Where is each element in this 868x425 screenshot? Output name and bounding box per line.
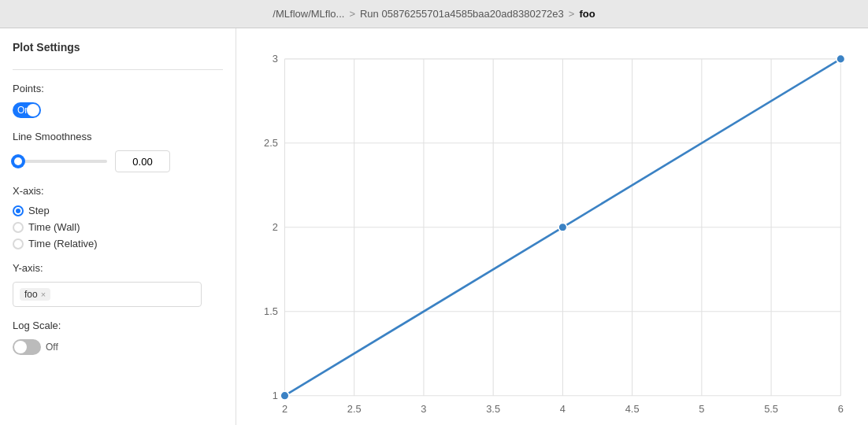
- smoothness-slider-track[interactable]: [13, 160, 107, 163]
- xaxis-wall-option[interactable]: Time (Wall): [13, 221, 223, 233]
- log-scale-label: Log Scale:: [13, 320, 223, 331]
- data-point-2: [558, 223, 567, 231]
- log-scale-toggle[interactable]: [13, 339, 41, 355]
- smoothness-slider-thumb[interactable]: [13, 156, 24, 167]
- yaxis-tag-input[interactable]: foo ×: [13, 282, 202, 307]
- xaxis-wall-radio[interactable]: [13, 222, 24, 233]
- points-toggle-label: On: [17, 105, 30, 116]
- breadcrumb-sep2: >: [569, 8, 575, 20]
- breadcrumb-path1: /MLflow/MLflo...: [273, 8, 344, 20]
- divider-1: [13, 69, 223, 70]
- xaxis-relative-radio[interactable]: [13, 238, 24, 249]
- y-tick-3: 3: [273, 53, 278, 65]
- x-tick-2: 2: [282, 403, 287, 415]
- xaxis-radio-group: Step Time (Wall) Time (Relative): [13, 205, 223, 249]
- chart-svg: 3 2.5 2 1.5 1 2 2.5 3 3.5 4 4.5 5 5.5 6: [243, 41, 849, 425]
- breadcrumb-current: foo: [579, 8, 595, 20]
- sidebar: Plot Settings Points: On Line Smoothness: [0, 28, 236, 425]
- xaxis-relative-option[interactable]: Time (Relative): [13, 238, 223, 249]
- points-toggle[interactable]: On: [13, 102, 41, 118]
- data-point-1: [280, 391, 289, 400]
- log-scale-toggle-label: Off: [46, 342, 58, 353]
- line-smoothness-label: Line Smoothness: [13, 131, 223, 142]
- points-toggle-wrapper[interactable]: On: [13, 102, 41, 118]
- x-tick-3: 3: [421, 403, 426, 415]
- y-tick-1-5: 1.5: [264, 305, 278, 317]
- yaxis-tag-foo: foo ×: [20, 288, 50, 301]
- points-section: Points: On: [13, 83, 223, 118]
- plot-settings-title: Plot Settings: [13, 41, 223, 54]
- smoothness-input[interactable]: [115, 150, 170, 172]
- slider-row: [13, 150, 223, 172]
- yaxis-label: Y-axis:: [13, 262, 223, 274]
- xaxis-step-label: Step: [28, 205, 50, 216]
- x-tick-6: 6: [838, 403, 844, 415]
- breadcrumb-sep1: >: [349, 8, 355, 20]
- xaxis-label: X-axis:: [13, 185, 223, 197]
- x-tick-5-5: 5.5: [764, 403, 778, 415]
- log-scale-section: Log Scale: Off: [13, 320, 223, 355]
- log-scale-toggle-container: Off: [13, 339, 223, 355]
- chart-area: 3 2.5 2 1.5 1 2 2.5 3 3.5 4 4.5 5 5.5 6: [236, 28, 868, 425]
- breadcrumb: /MLflow/MLflo... > Run 05876255701a4585b…: [273, 8, 595, 20]
- xaxis-relative-label: Time (Relative): [28, 238, 98, 249]
- breadcrumb-path2: Run 05876255701a4585baa20ad8380272e3: [360, 8, 564, 20]
- xaxis-step-option[interactable]: Step: [13, 205, 223, 216]
- data-point-3: [836, 55, 845, 64]
- y-tick-1: 1: [273, 390, 278, 401]
- log-scale-toggle-wrapper[interactable]: [13, 339, 41, 355]
- xaxis-step-radio[interactable]: [13, 205, 24, 216]
- y-tick-2-5: 2.5: [264, 137, 278, 149]
- xaxis-section: X-axis: Step Time (Wall) Time (Relative): [13, 185, 223, 249]
- points-label: Points:: [13, 83, 223, 94]
- points-toggle-container: On: [13, 102, 223, 118]
- yaxis-tag-text: foo: [24, 289, 38, 300]
- x-tick-4-5: 4.5: [625, 403, 640, 415]
- yaxis-tag-close[interactable]: ×: [41, 290, 46, 299]
- titlebar: /MLflow/MLflo... > Run 05876255701a4585b…: [0, 0, 868, 28]
- x-tick-5: 5: [699, 403, 704, 415]
- xaxis-wall-label: Time (Wall): [28, 221, 80, 233]
- line-smoothness-section: Line Smoothness: [13, 131, 223, 172]
- y-tick-2: 2: [273, 221, 278, 233]
- x-tick-2-5: 2.5: [347, 403, 362, 415]
- x-tick-4: 4: [560, 403, 566, 415]
- yaxis-section: Y-axis: foo ×: [13, 262, 223, 307]
- chart-container: 3 2.5 2 1.5 1 2 2.5 3 3.5 4 4.5 5 5.5 6: [243, 41, 849, 425]
- main-layout: Plot Settings Points: On Line Smoothness: [0, 28, 868, 425]
- x-tick-3-5: 3.5: [486, 403, 500, 415]
- plot-settings-section: Plot Settings: [13, 41, 223, 57]
